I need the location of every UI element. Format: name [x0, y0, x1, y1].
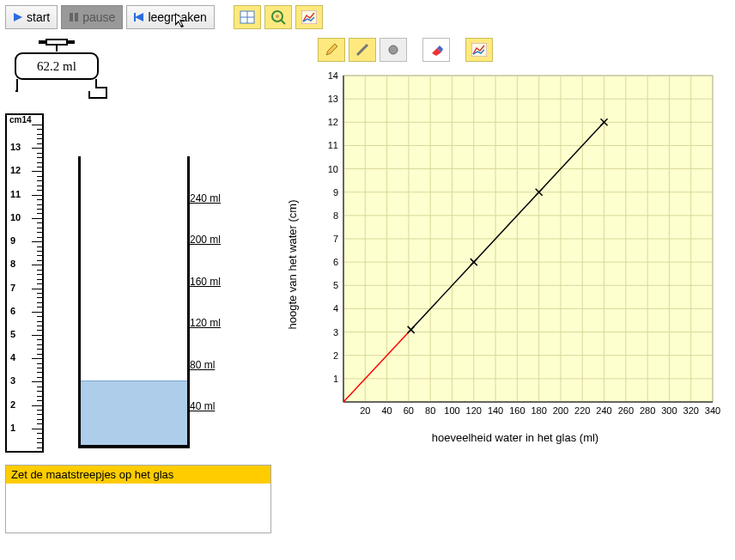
- svg-point-21: [389, 46, 398, 54]
- svg-rect-2: [75, 13, 78, 21]
- chart-tool-button[interactable]: [295, 5, 323, 29]
- ruler-tick-label: 3: [10, 375, 15, 386]
- pencil-tool-button[interactable]: [318, 38, 345, 62]
- start-button[interactable]: start: [5, 5, 58, 29]
- chart-xtick: 140: [488, 405, 503, 416]
- chart-ytick: 2: [333, 350, 338, 361]
- chart-ylabel: hoogte van het water (cm): [286, 199, 299, 329]
- start-label: start: [27, 10, 50, 24]
- chart-xtick: 160: [509, 405, 525, 416]
- ruler: cm14 12345678910111213: [5, 113, 44, 453]
- chart-ytick: 4: [333, 303, 338, 313]
- glass-mark[interactable]: 80 ml: [190, 359, 215, 371]
- ruler-tick-label: 12: [10, 165, 21, 175]
- ruler-tick-label: 7: [10, 283, 15, 293]
- chart-ytick: 13: [328, 94, 338, 104]
- svg-line-9: [281, 20, 285, 24]
- ruler-tick-label: 4: [10, 352, 15, 362]
- chart-xtick: 20: [360, 405, 370, 416]
- chart-xtick: 200: [553, 405, 568, 416]
- svg-line-20: [357, 45, 368, 55]
- glass-mark[interactable]: 40 ml: [190, 400, 215, 412]
- svg-marker-3: [135, 13, 143, 21]
- chart-xtick: 280: [640, 405, 655, 416]
- glass-mark[interactable]: 120 ml: [190, 317, 221, 329]
- chart-icon: [471, 43, 487, 57]
- chart-xlabel: hoeveelheid water in het glas (ml): [301, 431, 730, 444]
- line-icon: [355, 43, 369, 57]
- eraser-icon: [429, 43, 443, 57]
- chart-ytick: 8: [333, 210, 338, 221]
- chart-ytick: 10: [328, 164, 338, 174]
- ruler-tick-label: 2: [10, 399, 15, 410]
- instruction-box: Zet de maatstreepjes op het glas: [5, 465, 271, 533]
- ruler-tick-label: 13: [10, 142, 21, 152]
- chart-xtick: 300: [661, 405, 677, 416]
- svg-point-10: [276, 15, 279, 18]
- pause-button[interactable]: pause: [61, 5, 123, 29]
- faucet: 62.2 ml: [5, 38, 283, 107]
- svg-marker-19: [326, 44, 337, 55]
- empty-button[interactable]: leegmaken: [126, 5, 215, 29]
- ruler-tick-label: 9: [10, 235, 15, 246]
- chart-xtick: 240: [596, 405, 611, 416]
- pause-label: pause: [82, 10, 115, 24]
- chart[interactable]: hoogte van het water (cm) 20406080100120…: [301, 67, 730, 462]
- glass-area[interactable]: 240 ml200 ml160 ml120 ml80 ml40 ml: [52, 113, 250, 453]
- chart-icon: [301, 10, 317, 24]
- inspect-tool-button[interactable]: [264, 5, 292, 29]
- svg-marker-0: [14, 13, 22, 21]
- chart-ytick: 3: [333, 327, 338, 338]
- chart-xtick: 220: [574, 405, 590, 416]
- svg-rect-14: [46, 40, 67, 45]
- ruler-tick-label: 6: [10, 306, 15, 316]
- circle-icon: [386, 43, 400, 57]
- instruction-text: Zet de maatstreepjes op het glas: [6, 466, 270, 484]
- chart-xtick: 340: [705, 405, 720, 416]
- chart-ytick: 12: [328, 117, 338, 127]
- line-tool-button[interactable]: [349, 38, 376, 62]
- glass-mark[interactable]: 200 ml: [190, 234, 221, 246]
- play-icon: [13, 12, 23, 22]
- chart-xtick: 60: [404, 405, 414, 416]
- chart-ytick: 1: [333, 374, 338, 384]
- table-tool-button[interactable]: [234, 5, 261, 29]
- chart-xtick: 100: [444, 405, 459, 416]
- ruler-tick-label: 5: [10, 329, 15, 339]
- chart-xtick: 120: [466, 405, 482, 416]
- chart-xtick: 260: [618, 405, 634, 416]
- chart-xtick: 180: [531, 405, 546, 416]
- glass: [78, 156, 190, 448]
- chart-xtick: 80: [425, 405, 435, 416]
- chart-ytick: 5: [333, 280, 338, 290]
- pause-icon: [69, 12, 79, 22]
- svg-rect-16: [39, 41, 46, 43]
- chart-xtick: 320: [683, 405, 699, 416]
- ruler-tick-label: 11: [10, 189, 21, 199]
- reset-icon: [134, 12, 144, 22]
- graph-toolbar: [318, 38, 730, 62]
- chart-ytick: 9: [333, 187, 338, 198]
- ruler-tick-label: 8: [10, 259, 15, 269]
- chart-ytick: 11: [328, 140, 338, 150]
- ruler-tick-label: 10: [10, 212, 21, 222]
- faucet-icon: 62.2 ml: [5, 38, 117, 107]
- eraser-tool-button[interactable]: [422, 38, 450, 62]
- magnifier-gear-icon: [270, 9, 286, 25]
- svg-rect-17: [67, 41, 74, 43]
- ruler-tick-label: 1: [10, 423, 15, 433]
- chart-ytick: 6: [333, 257, 338, 267]
- svg-rect-4: [134, 13, 136, 21]
- chart-ytick: 14: [328, 70, 338, 81]
- glass-mark[interactable]: 160 ml: [190, 276, 221, 288]
- point-tool-button[interactable]: [380, 38, 407, 62]
- pencil-icon: [325, 43, 338, 57]
- chart-settings-button[interactable]: [465, 38, 493, 62]
- main-toolbar: start pause leegmaken: [5, 5, 730, 29]
- water-fill: [81, 380, 187, 445]
- table-icon: [240, 10, 255, 24]
- svg-rect-1: [70, 13, 73, 21]
- chart-xtick: 40: [381, 405, 392, 416]
- glass-mark[interactable]: 240 ml: [190, 192, 221, 204]
- empty-label: leegmaken: [148, 10, 207, 24]
